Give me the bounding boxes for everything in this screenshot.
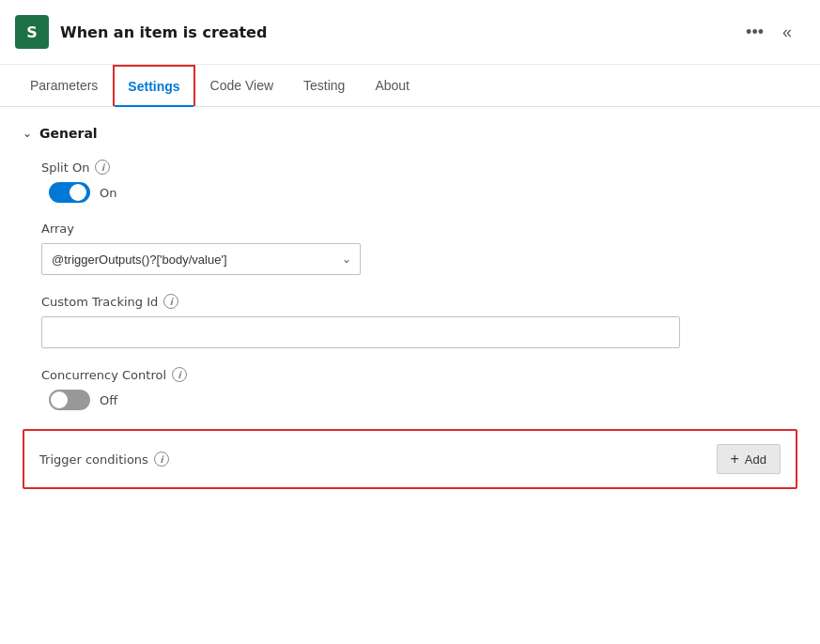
tabs: Parameters Settings Code View Testing Ab… (0, 65, 820, 107)
split-on-label: Split On i (41, 160, 797, 175)
concurrency-control-info-icon[interactable]: i (172, 367, 187, 382)
header: S When an item is created ••• « (0, 0, 820, 65)
add-trigger-condition-button[interactable]: + Add (717, 444, 781, 474)
tab-about[interactable]: About (360, 65, 425, 106)
header-title: When an item is created (60, 23, 267, 41)
split-on-info-icon[interactable]: i (95, 160, 110, 175)
concurrency-control-toggle-row: Off (49, 390, 797, 410)
header-actions: ••• « (740, 19, 797, 46)
concurrency-control-label: Concurrency Control i (41, 367, 797, 382)
tab-parameters[interactable]: Parameters (15, 65, 113, 106)
split-on-toggle-row: On (49, 182, 797, 203)
general-section-title: General (39, 126, 98, 141)
more-options-button[interactable]: ••• (740, 19, 769, 46)
toggle-thumb (51, 391, 68, 408)
concurrency-control-toggle[interactable] (49, 390, 90, 410)
header-left: S When an item is created (15, 15, 267, 49)
concurrency-control-toggle-label: Off (100, 393, 117, 407)
collapse-button[interactable]: « (777, 19, 797, 46)
split-on-toggle-label: On (100, 186, 116, 200)
trigger-conditions-label-row: Trigger conditions i (39, 452, 169, 467)
custom-tracking-id-input[interactable] (41, 316, 680, 348)
custom-tracking-id-info-icon[interactable]: i (163, 294, 178, 309)
toggle-thumb (70, 184, 86, 201)
split-on-field: Split On i On (41, 160, 797, 203)
content: ⌄ General Split On i On Array @triggerOu… (0, 107, 820, 508)
array-field: Array @triggerOutputs()?['body/value'] ⌄ (41, 222, 797, 275)
tab-settings[interactable]: Settings (113, 65, 194, 106)
tab-code-view[interactable]: Code View (195, 65, 288, 106)
array-select-wrapper: @triggerOutputs()?['body/value'] ⌄ (41, 243, 361, 275)
custom-tracking-id-field: Custom Tracking Id i (41, 294, 797, 348)
array-label: Array (41, 222, 797, 236)
app-icon: S (15, 15, 49, 49)
general-section-header[interactable]: ⌄ General (23, 126, 797, 141)
custom-tracking-id-label: Custom Tracking Id i (41, 294, 797, 309)
array-select[interactable]: @triggerOutputs()?['body/value'] (41, 243, 361, 275)
split-on-toggle[interactable] (49, 182, 90, 203)
panel: S When an item is created ••• « Paramete… (0, 0, 820, 644)
concurrency-control-field: Concurrency Control i Off (41, 367, 797, 410)
add-plus-icon: + (731, 451, 739, 468)
trigger-conditions-info-icon[interactable]: i (154, 452, 169, 467)
trigger-conditions-label: Trigger conditions (39, 452, 148, 467)
tab-testing[interactable]: Testing (288, 65, 360, 106)
chevron-down-icon: ⌄ (23, 127, 32, 140)
trigger-conditions-box: Trigger conditions i + Add (23, 429, 797, 489)
